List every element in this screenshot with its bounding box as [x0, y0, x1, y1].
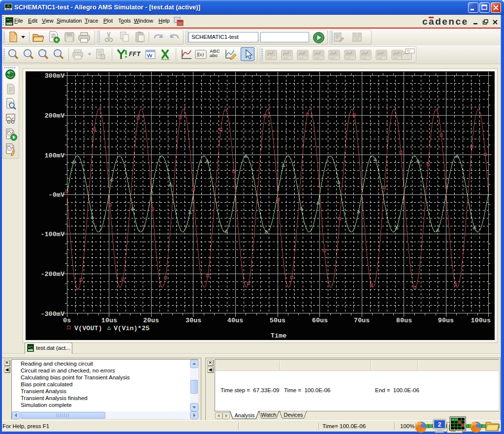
svg-text:100mV: 100mV [44, 152, 64, 159]
svg-text:Devices: Devices [284, 412, 303, 418]
svg-text:40us: 40us [227, 317, 243, 324]
svg-text:Analysis: Analysis [235, 412, 255, 418]
svg-text:f(x): f(x) [197, 52, 204, 58]
svg-text:Watch: Watch [261, 412, 277, 418]
svg-text:60us: 60us [312, 317, 328, 324]
svg-text:100us: 100us [471, 317, 491, 324]
svg-text:-300mV: -300mV [40, 310, 65, 318]
svg-text:200mV: 200mV [44, 112, 64, 120]
svg-text:V(Vin)*25: V(Vin)*25 [114, 325, 150, 332]
svg-text:70us: 70us [354, 317, 370, 324]
svg-text:80us: 80us [396, 317, 412, 324]
svg-text:50us: 50us [270, 317, 285, 324]
svg-text:-200mV: -200mV [40, 271, 65, 278]
svg-text:Time: Time [271, 332, 286, 340]
svg-text:30us: 30us [186, 317, 201, 324]
svg-text:2: 2 [438, 421, 441, 428]
svg-text:300mV: 300mV [44, 72, 64, 80]
svg-text:V(VOUT): V(VOUT) [74, 325, 102, 332]
svg-text:20us: 20us [143, 317, 159, 324]
svg-text:0s: 0s [63, 317, 71, 324]
svg-text:-0mV: -0mV [49, 191, 65, 199]
svg-text:-100mV: -100mV [40, 231, 65, 238]
svg-text:90us: 90us [438, 317, 454, 324]
svg-text:10us: 10us [101, 317, 117, 324]
